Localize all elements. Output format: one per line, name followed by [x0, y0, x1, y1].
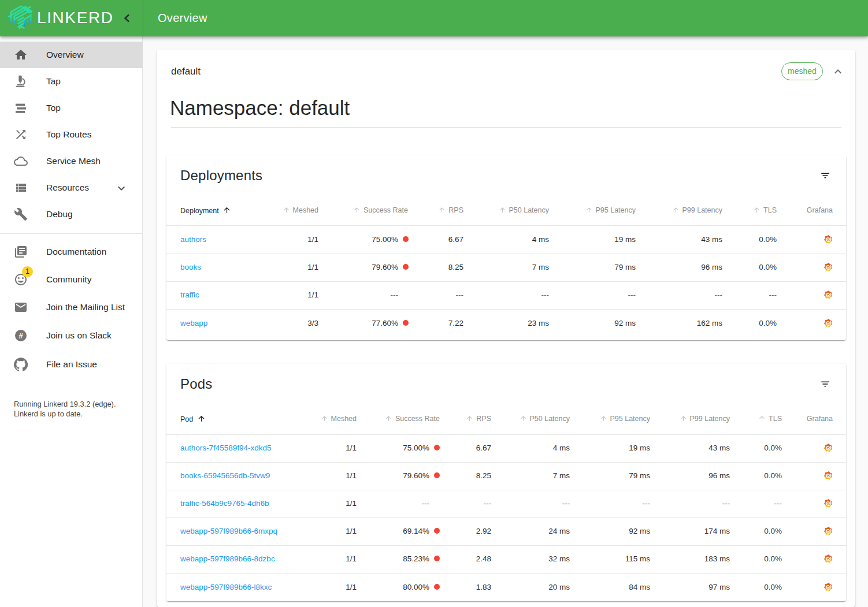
svg-text:#: # — [18, 332, 23, 340]
